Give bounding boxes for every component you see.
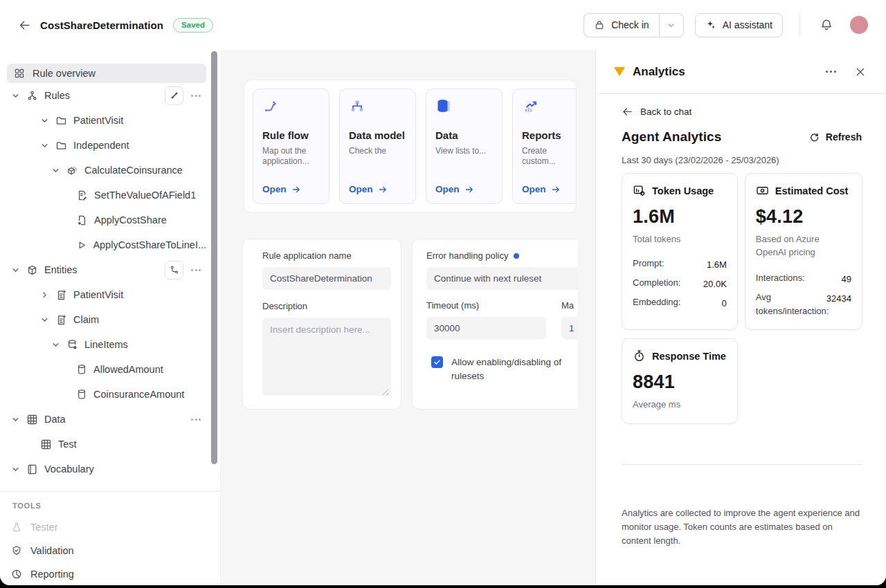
document-edit-icon — [76, 190, 88, 201]
triangle-logo-icon — [614, 67, 625, 76]
error-policy-card: Error handling policy Continue with next… — [412, 239, 578, 410]
table-icon — [40, 439, 52, 450]
sidebar-item-entities[interactable]: Entities — [7, 257, 206, 282]
rule-application-name-input[interactable] — [262, 267, 391, 290]
info-icon[interactable] — [514, 253, 519, 259]
sidebar-item-calculatecoinsurance[interactable]: CalculateCoinsurance — [7, 158, 206, 183]
ruleset-cubes-icon — [66, 165, 78, 176]
stat-subtitle: Average ms — [633, 398, 727, 411]
description-textarea[interactable] — [262, 318, 391, 396]
chevron-down-icon[interactable] — [11, 266, 20, 275]
timeout-input[interactable] — [426, 317, 546, 340]
chevron-down-icon[interactable] — [40, 315, 49, 324]
stat-row: Embedding: 0 — [633, 294, 727, 313]
more-icon[interactable] — [188, 266, 204, 274]
sidebar-item-patientvisit-folder[interactable]: PatientVisit — [7, 108, 206, 133]
arrow-right-icon — [464, 185, 474, 194]
analytics-header: Analytics — [596, 50, 886, 94]
back-to-chat-link[interactable]: Back to chat — [622, 106, 691, 118]
rule-application-name-label: Rule application name — [262, 250, 390, 261]
chevron-down-icon[interactable] — [11, 415, 20, 424]
document-plus-icon — [55, 314, 67, 326]
rule-flow-button[interactable] — [165, 86, 183, 105]
chevron-down-icon[interactable] — [40, 141, 49, 150]
sidebar-item-claim[interactable]: Claim — [7, 307, 206, 332]
token-usage-card: Token Usage 1.6M Total tokens Prompt: 1.… — [622, 173, 738, 330]
max-input[interactable] — [561, 317, 578, 340]
avatar[interactable] — [850, 16, 868, 34]
sidebar-item-label: CalculateCoinsurance — [84, 165, 183, 176]
sidebar-item-patientvisit-entity[interactable]: PatientVisit — [7, 282, 206, 307]
banknote-icon — [756, 184, 769, 197]
notifications-button[interactable] — [815, 14, 838, 36]
sidebar-item-independent-folder[interactable]: Independent — [7, 133, 206, 158]
sidebar-item-setthevalueofafield1[interactable]: SetTheValueOfAField1 — [7, 183, 206, 208]
back-button[interactable] — [14, 15, 35, 35]
tool-validation[interactable]: Validation — [11, 539, 209, 562]
sidebar-item-label: ApplyCostShareToLineI... — [93, 239, 206, 250]
tool-label: Reporting — [30, 569, 74, 580]
entity-diagram-button[interactable] — [165, 261, 183, 279]
sidebar-item-test[interactable]: Test — [7, 432, 206, 457]
card-data[interactable]: Data View lists to... Open — [426, 89, 503, 204]
chevron-right-icon[interactable] — [40, 291, 49, 300]
more-icon[interactable] — [188, 92, 204, 100]
branch-icon — [170, 265, 179, 275]
stat-title: Estimated Cost — [775, 185, 849, 196]
card-data-model[interactable]: Data model Check the Open — [339, 89, 416, 204]
check-in-dropdown-button[interactable] — [659, 13, 684, 37]
card-reports[interactable]: Reports Create custom... Open — [512, 89, 577, 204]
error-policy-label: Error handling policy — [426, 250, 578, 261]
sidebar-item-label: Claim — [73, 314, 99, 325]
sidebar-item-label: CoinsuranceAmount — [93, 389, 184, 400]
sidebar-item-vocabulary[interactable]: Vocabulary — [7, 457, 206, 481]
chevron-down-icon[interactable] — [40, 116, 49, 125]
main-content: Rule flow Map out the application... Ope… — [220, 50, 595, 585]
stat-value: 1.6M — [633, 206, 727, 228]
more-icon[interactable] — [823, 68, 840, 76]
sidebar-item-rule-overview[interactable]: Rule overview — [7, 64, 206, 83]
sidebar-scrollbar[interactable] — [211, 51, 217, 464]
tool-reporting[interactable]: Reporting — [11, 562, 209, 585]
open-link[interactable]: Open — [262, 184, 320, 194]
stat-row: Interactions: 49 — [756, 270, 851, 289]
sidebar-item-label: LineItems — [84, 339, 128, 350]
close-icon[interactable] — [853, 64, 868, 80]
allow-rulesets-checkbox[interactable] — [431, 356, 443, 368]
open-link[interactable]: Open — [435, 184, 493, 194]
sidebar-item-applycostsharetolineitems[interactable]: ApplyCostShareToLineI... — [7, 232, 206, 257]
ai-assistant-button[interactable]: AI assistant — [695, 13, 783, 37]
sidebar-item-rules[interactable]: Rules — [7, 83, 206, 108]
agent-analytics-heading-row: Agent Analytics Refresh — [622, 129, 862, 145]
chevron-down-icon[interactable] — [51, 340, 60, 349]
card-title: Data — [435, 129, 493, 142]
chevron-down-icon[interactable] — [11, 465, 20, 474]
refresh-button[interactable]: Refresh — [808, 131, 862, 143]
shield-check-icon — [11, 545, 22, 556]
page-title: CostShareDetermination — [40, 19, 163, 31]
error-policy-select[interactable]: Continue with next ruleset — [426, 267, 578, 290]
sidebar-item-applycostshare[interactable]: ApplyCostShare — [7, 208, 206, 232]
sidebar-item-data[interactable]: Data — [7, 407, 206, 432]
chevron-down-icon[interactable] — [11, 91, 20, 100]
sidebar-item-label: Rules — [44, 90, 70, 101]
database-dot-icon — [66, 339, 78, 351]
open-link[interactable]: Open — [349, 184, 406, 194]
stat-row: Completion: 20.0K — [633, 275, 727, 294]
chevron-down-icon[interactable] — [51, 166, 60, 175]
sidebar-item-coinsuranceamount[interactable]: CoinsuranceAmount — [7, 382, 206, 407]
more-icon[interactable] — [188, 416, 204, 423]
pie-chart-icon — [11, 569, 22, 580]
open-link[interactable]: Open — [522, 184, 577, 194]
check-in-button[interactable]: Check in — [584, 13, 658, 37]
card-rule-flow[interactable]: Rule flow Map out the application... Ope… — [253, 89, 329, 204]
tools-panel: TOOLS Tester Validation Reporting — [0, 491, 220, 585]
sidebar-item-allowedamount[interactable]: AllowedAmount — [7, 357, 206, 382]
arrow-right-icon — [551, 185, 561, 194]
card-title: Data model — [349, 129, 406, 142]
sidebar-item-lineitems[interactable]: LineItems — [7, 332, 206, 357]
sidebar-item-label: Vocabulary — [44, 463, 94, 475]
analytics-title: Analytics — [633, 65, 685, 79]
folder-icon — [55, 140, 67, 151]
book-icon — [26, 463, 38, 475]
